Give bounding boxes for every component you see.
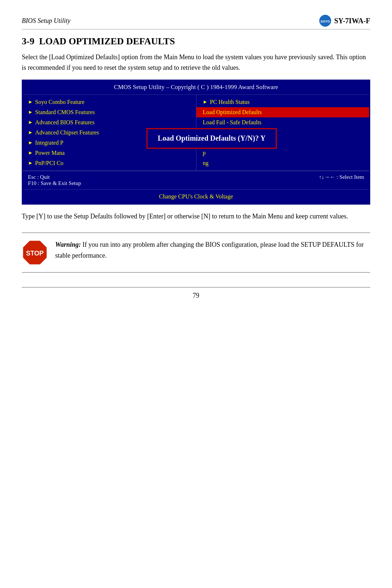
menu-item-pc-health[interactable]: ► PC Health Status: [196, 97, 369, 107]
stop-sign-icon: STOP: [22, 239, 48, 266]
menu-item-load-failsafe[interactable]: Load Fail - Safe Defaults: [196, 117, 369, 128]
menu-item-pnp[interactable]: ► PnP/PCI Co: [23, 158, 196, 168]
menu-item-load-optimized[interactable]: Load Optimized Defaults: [196, 107, 369, 117]
footer-select: ↑↓→← : Select Item: [319, 174, 364, 186]
footer-save: F10 : Save & Exit Setup: [28, 180, 81, 186]
arrow-icon: ►: [28, 130, 33, 136]
menu-item-label: Standard CMOS Features: [35, 109, 95, 116]
footer-quit: Esc : Quit: [28, 174, 81, 180]
page-number: 79: [193, 292, 199, 299]
page-header: BIOS Setup Utility SOYO SY-7IWA-F: [22, 15, 370, 29]
menu-item-label: Load Fail - Safe Defaults: [203, 119, 262, 126]
bios-footer-row: Esc : Quit F10 : Save & Exit Setup ↑↓→← …: [28, 174, 364, 186]
menu-item-label: Advanced Chipset Features: [35, 129, 99, 136]
brand-name: SY-7IWA-F: [334, 17, 370, 25]
menu-item-standard-cmos[interactable]: ► Standard CMOS Features: [23, 107, 196, 117]
body-paragraph: Type [Y] to use the Setup Defaults follo…: [22, 211, 370, 222]
bios-footer: Esc : Quit F10 : Save & Exit Setup ↑↓→← …: [23, 170, 369, 189]
warning-body: If you run into any problem after changi…: [55, 241, 364, 259]
menu-item-label: p: [203, 150, 206, 156]
bios-setup-box: CMOS Setup Utility – Copyright ( C ) 198…: [22, 80, 370, 205]
arrow-icon: ►: [28, 109, 33, 115]
menu-item-soyo-combo[interactable]: ► Soyo Combo Feature: [23, 97, 196, 107]
arrow-icon: ►: [28, 140, 33, 146]
bios-menu-area: ► Soyo Combo Feature ► Standard CMOS Fea…: [23, 94, 369, 170]
warning-text: Warning: If you run into any problem aft…: [55, 239, 370, 261]
arrow-icon: ►: [28, 99, 33, 105]
menu-item-label: Advanced BIOS Features: [35, 119, 95, 126]
svg-text:SOYO: SOYO: [320, 20, 330, 23]
page-footer: 79: [22, 287, 370, 299]
intro-paragraph: Select the [Load Optimized Defaults] opt…: [22, 52, 370, 73]
menu-item-power[interactable]: ► Power Mana: [23, 148, 196, 158]
bios-title-bar: CMOS Setup Utility – Copyright ( C ) 198…: [23, 81, 369, 94]
bios-footer-bottom: Change CPU's Clock & Voltage: [23, 189, 369, 204]
bios-dialog: Load Optimized Defaults (Y/N)? Y: [147, 128, 277, 149]
warning-section: STOP Warning: If you run into any proble…: [22, 233, 370, 273]
menu-item-label: ng: [203, 160, 209, 166]
menu-item-label: Load Optimized Defaults: [203, 109, 262, 116]
menu-item-right-partial-2: p: [196, 148, 369, 158]
menu-item-advanced-bios[interactable]: ► Advanced BIOS Features: [23, 117, 196, 128]
menu-item-right-partial-3: ng: [196, 158, 369, 168]
arrow-icon: ►: [28, 160, 33, 166]
dialog-text: Load Optimized Defaults (Y/N)? Y: [158, 134, 266, 142]
menu-item-label: Integrated P: [35, 140, 64, 146]
soyo-logo-icon: SOYO: [319, 15, 331, 27]
bios-footer-left: Esc : Quit F10 : Save & Exit Setup: [28, 174, 81, 186]
menu-item-label: Power Mana: [35, 150, 65, 156]
header-title: BIOS Setup Utility: [22, 17, 70, 25]
header-brand: SOYO SY-7IWA-F: [319, 15, 370, 27]
arrow-icon: ►: [28, 150, 33, 156]
svg-text:STOP: STOP: [26, 250, 44, 257]
warning-label: Warning:: [55, 241, 81, 248]
menu-item-label: Soyo Combo Feature: [35, 99, 85, 105]
menu-item-label: PC Health Status: [210, 99, 249, 105]
menu-item-label: PnP/PCI Co: [35, 160, 64, 166]
bios-dialog-overlay: Load Optimized Defaults (Y/N)? Y: [147, 128, 277, 149]
section-heading: 3-9 LOAD OPTIMIZED DEFAULTS: [22, 36, 370, 47]
arrow-icon: ►: [203, 99, 208, 105]
arrow-icon: ►: [28, 120, 33, 125]
